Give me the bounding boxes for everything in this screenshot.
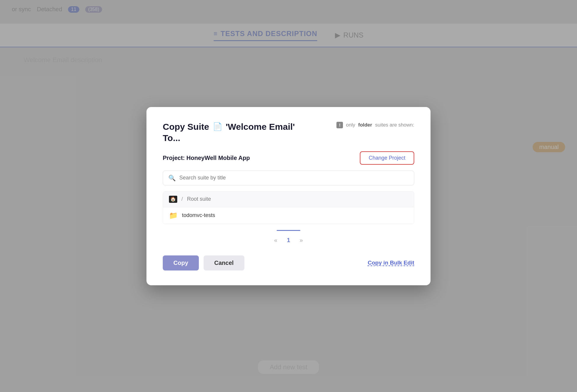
search-bar: 🔍 — [163, 171, 414, 185]
suite-list: 🏠 / Root suite 📁 todomvc-tests — [163, 191, 414, 224]
root-slash: / — [181, 196, 183, 202]
pagination-current[interactable]: 1 — [287, 237, 290, 244]
search-input[interactable] — [179, 175, 409, 181]
project-row: Project: HoneyWell Mobile App Change Pro… — [163, 151, 414, 165]
cancel-button[interactable]: Cancel — [204, 255, 244, 270]
copy-button[interactable]: Copy — [163, 255, 199, 270]
copy-suite-text: Copy Suite — [163, 122, 209, 132]
suite-item-root[interactable]: 🏠 / Root suite — [163, 192, 414, 207]
pagination-controls: « 1 » — [272, 236, 305, 245]
pagination-bar — [277, 230, 300, 231]
info-hint: ! only folder suites are shown: — [336, 122, 414, 128]
info-suffix: suites are shown: — [375, 122, 414, 128]
info-text: only — [346, 122, 355, 128]
action-row: Copy Cancel Copy in Bulk Edit — [163, 255, 414, 270]
copy-suite-modal: ! only folder suites are shown: Copy Sui… — [146, 107, 431, 285]
pagination-prev[interactable]: « — [272, 236, 280, 245]
folder-home-icon: 🏠 — [169, 196, 177, 203]
copy-bulk-edit-button[interactable]: Copy in Bulk Edit — [368, 260, 414, 266]
suite-item-todomvc[interactable]: 📁 todomvc-tests — [163, 207, 414, 224]
action-left: Copy Cancel — [163, 255, 244, 270]
pagination-section: « 1 » — [163, 230, 414, 245]
modal-title-line2: To... — [163, 133, 414, 143]
root-suite-label: Root suite — [187, 196, 211, 202]
search-icon: 🔍 — [168, 174, 176, 182]
pagination-next[interactable]: » — [297, 236, 305, 245]
suite-file-icon: 📄 — [213, 122, 222, 131]
change-project-button[interactable]: Change Project — [360, 151, 414, 165]
suite-name-text: 'Welcome Email' — [226, 122, 295, 132]
info-bold: folder — [358, 122, 372, 128]
project-label: Project: HoneyWell Mobile App — [163, 155, 250, 161]
todomvc-suite-label: todomvc-tests — [182, 212, 215, 218]
modal-overlay: ! only folder suites are shown: Copy Sui… — [0, 0, 577, 392]
info-icon: ! — [336, 122, 343, 128]
folder-icon: 📁 — [169, 211, 178, 220]
